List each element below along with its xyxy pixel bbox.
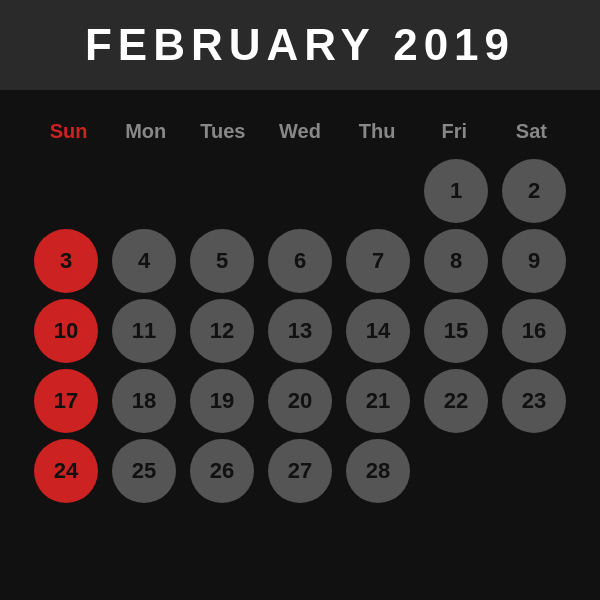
day-cell: 19 [186,369,258,433]
day-header-sat: Sat [493,110,570,153]
day-header-thu: Thu [339,110,416,153]
day-header-tues: Tues [184,110,261,153]
day-cell [264,159,336,223]
day-circle-22[interactable]: 22 [424,369,488,433]
day-cell: 22 [420,369,492,433]
day-circle-17[interactable]: 17 [34,369,98,433]
day-circle-26[interactable]: 26 [190,439,254,503]
day-cell: 27 [264,439,336,503]
month-year-title: FEBRUARY 2019 [85,20,515,70]
day-cell: 21 [342,369,414,433]
day-header-mon: Mon [107,110,184,153]
day-cell: 7 [342,229,414,293]
day-cell: 1 [420,159,492,223]
day-cell [30,159,102,223]
calendar-header: FEBRUARY 2019 [0,0,600,90]
day-cell [186,159,258,223]
day-circle-9[interactable]: 9 [502,229,566,293]
day-circle-12[interactable]: 12 [190,299,254,363]
day-circle-15[interactable]: 15 [424,299,488,363]
day-circle-2[interactable]: 2 [502,159,566,223]
day-cell: 3 [30,229,102,293]
day-cell: 11 [108,299,180,363]
day-cell: 20 [264,369,336,433]
day-cell [420,439,492,503]
day-cell: 16 [498,299,570,363]
day-cell: 24 [30,439,102,503]
day-cell: 14 [342,299,414,363]
day-circle-7[interactable]: 7 [346,229,410,293]
day-cell [108,159,180,223]
day-circle-13[interactable]: 13 [268,299,332,363]
calendar-body: SunMonTuesWedThuFriSat 12345678910111213… [0,90,600,513]
day-circle-19[interactable]: 19 [190,369,254,433]
day-cell: 12 [186,299,258,363]
day-cell: 6 [264,229,336,293]
day-cell: 9 [498,229,570,293]
day-header-wed: Wed [261,110,338,153]
day-circle-3[interactable]: 3 [34,229,98,293]
day-cell: 2 [498,159,570,223]
day-circle-10[interactable]: 10 [34,299,98,363]
day-circle-1[interactable]: 1 [424,159,488,223]
day-circle-6[interactable]: 6 [268,229,332,293]
day-cell: 4 [108,229,180,293]
day-circle-16[interactable]: 16 [502,299,566,363]
day-circle-11[interactable]: 11 [112,299,176,363]
day-header-fri: Fri [416,110,493,153]
day-cell: 18 [108,369,180,433]
day-circle-21[interactable]: 21 [346,369,410,433]
day-cell: 25 [108,439,180,503]
day-cell: 5 [186,229,258,293]
day-circle-27[interactable]: 27 [268,439,332,503]
day-circle-28[interactable]: 28 [346,439,410,503]
day-cell: 28 [342,439,414,503]
day-header-sun: Sun [30,110,107,153]
day-circle-14[interactable]: 14 [346,299,410,363]
day-circle-5[interactable]: 5 [190,229,254,293]
day-circle-23[interactable]: 23 [502,369,566,433]
day-headers-row: SunMonTuesWedThuFriSat [30,110,570,153]
day-circle-20[interactable]: 20 [268,369,332,433]
day-circle-18[interactable]: 18 [112,369,176,433]
day-cell: 13 [264,299,336,363]
day-circle-24[interactable]: 24 [34,439,98,503]
day-circle-8[interactable]: 8 [424,229,488,293]
day-circle-4[interactable]: 4 [112,229,176,293]
day-circle-25[interactable]: 25 [112,439,176,503]
day-cell: 26 [186,439,258,503]
day-cell: 17 [30,369,102,433]
day-cell [342,159,414,223]
day-cell: 23 [498,369,570,433]
days-grid: 1234567891011121314151617181920212223242… [30,159,570,503]
day-cell [498,439,570,503]
day-cell: 15 [420,299,492,363]
day-cell: 8 [420,229,492,293]
day-cell: 10 [30,299,102,363]
